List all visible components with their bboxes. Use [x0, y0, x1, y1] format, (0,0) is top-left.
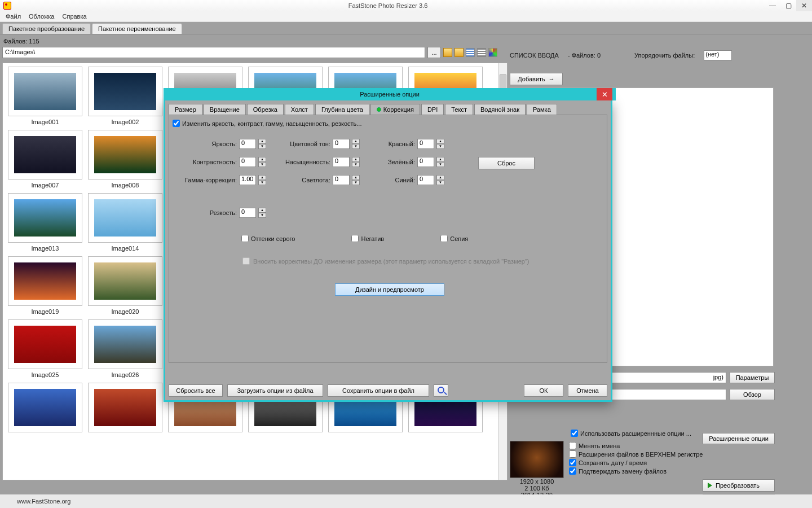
red-input[interactable]: 0	[417, 139, 434, 149]
confirm-overwrite-check[interactable]: Подтверждать замену файлов	[569, 467, 703, 475]
menu-skin[interactable]: Обложка	[29, 13, 54, 20]
sharpness-input[interactable]: 0	[239, 208, 256, 218]
website-link[interactable]: www.FastStone.org	[17, 498, 70, 505]
window-close-button[interactable]: ✕	[796, 0, 812, 11]
view-thumbs-icon[interactable]	[488, 48, 497, 57]
thumbnail-item[interactable]: Image014	[86, 193, 164, 252]
reset-button[interactable]: Сброс	[478, 157, 535, 169]
tab-crop[interactable]: Обрезка	[247, 104, 284, 115]
thumbnail-item[interactable]	[6, 383, 84, 435]
gamma-spinner[interactable]: ▲▼	[258, 175, 266, 185]
brightness-spinner[interactable]: ▲▼	[258, 139, 266, 149]
window-title: FastStone Photo Resizer 3.6	[11, 2, 765, 9]
view-list-icon[interactable]	[466, 48, 475, 57]
design-preview-button[interactable]: Дизайн и предпросмотр	[335, 283, 444, 296]
load-options-button[interactable]: Загрузить опции из файла	[227, 384, 323, 397]
thumbnail-item[interactable]: Image019	[6, 256, 84, 315]
thumbnail-item[interactable]: Image002	[86, 67, 164, 125]
use-advanced-check[interactable]: Использовать расширеннные опции ...	[571, 430, 691, 437]
green-spinner[interactable]: ▲▼	[436, 157, 444, 167]
contrast-spinner[interactable]: ▲▼	[258, 157, 266, 167]
contrast-label: Контрастность:	[175, 159, 237, 165]
sharpness-spinner[interactable]: ▲▼	[258, 208, 266, 218]
grayscale-check[interactable]: Оттенки серого	[241, 235, 295, 242]
add-button[interactable]: Добавить→	[510, 73, 563, 85]
tab-size[interactable]: Размер	[169, 104, 202, 115]
tab-batch-convert[interactable]: Пакетное преобразование	[2, 23, 91, 34]
red-spinner[interactable]: ▲▼	[436, 139, 444, 149]
thumbnail-label: Image007	[32, 182, 59, 189]
lightness-spinner[interactable]: ▲▼	[352, 175, 360, 185]
thumbnail-item[interactable]: Image013	[6, 193, 84, 252]
sharpness-label: Резкость:	[175, 209, 237, 216]
thumbnail-item[interactable]: Image007	[6, 130, 84, 189]
dialog-close-button[interactable]: ✕	[597, 88, 612, 100]
thumbnail-label: Image020	[112, 308, 139, 315]
enable-correction-check[interactable]: Изменить яркость, контраст, гамму, насыщ…	[173, 120, 361, 127]
tab-depth[interactable]: Глубина цвета	[315, 104, 369, 115]
thumbnail-item[interactable]: Image025	[6, 319, 84, 378]
play-icon	[708, 483, 712, 488]
tab-rotate[interactable]: Вращение	[204, 104, 246, 115]
tab-strip: Пакетное преобразование Пакетное переиме…	[0, 22, 812, 34]
saturation-input[interactable]: 0	[333, 157, 350, 167]
arrow-right-icon: →	[549, 76, 555, 82]
active-indicator-icon	[377, 107, 381, 112]
reset-all-button[interactable]: Сбросить все	[169, 384, 223, 397]
negative-check[interactable]: Негатив	[351, 235, 384, 242]
preview-options-button[interactable]	[434, 384, 448, 397]
tab-dpi[interactable]: DPI	[421, 104, 444, 115]
menu-file[interactable]: Файл	[6, 13, 21, 20]
advanced-options-button[interactable]: Расширенные опции	[703, 433, 775, 444]
app-icon	[3, 2, 11, 10]
path-input[interactable]: C:\Images\	[2, 47, 425, 58]
contrast-input[interactable]: 0	[239, 157, 256, 167]
green-input[interactable]: 0	[417, 157, 434, 167]
tab-text[interactable]: Текст	[445, 104, 473, 115]
output-browse-button[interactable]: Обзор	[730, 389, 775, 400]
thumbnail-item[interactable]: Image008	[86, 130, 164, 189]
thumbnail-item[interactable]: Image001	[6, 67, 84, 125]
keep-date-check[interactable]: Сохранять дату / время	[569, 459, 703, 466]
blue-spinner[interactable]: ▲▼	[436, 175, 444, 185]
maximize-button[interactable]: ▢	[780, 0, 796, 11]
thumbnail-item[interactable]	[86, 383, 164, 435]
dialog-tabs: Размер Вращение Обрезка Холст Глубина цв…	[169, 104, 607, 115]
view-details-icon[interactable]	[477, 48, 486, 57]
preview-size: 2 100 Кб	[510, 485, 564, 492]
brightness-input[interactable]: 0	[239, 139, 256, 149]
saturation-label: Насыщенность:	[268, 159, 330, 165]
save-options-button[interactable]: Сохранить опции в файл	[328, 384, 429, 397]
preview-thumbnail[interactable]	[510, 441, 564, 478]
menu-help[interactable]: Справка	[62, 13, 86, 20]
hue-input[interactable]: 0	[333, 139, 350, 149]
tab-frame[interactable]: Рамка	[527, 104, 557, 115]
blue-input[interactable]: 0	[417, 175, 434, 185]
thumbnail-label: Image025	[32, 371, 59, 378]
folder-up-icon[interactable]	[454, 48, 464, 57]
rename-check[interactable]: Менять имена	[569, 442, 703, 449]
red-label: Красный:	[370, 141, 415, 147]
tab-batch-rename[interactable]: Пакетное переименование	[92, 23, 182, 34]
uppercase-ext-check[interactable]: Расширения файлов в ВЕРХНЕМ регистре	[569, 450, 703, 458]
tab-correction[interactable]: Коррекция	[370, 104, 420, 115]
tab-canvas[interactable]: Холст	[285, 104, 314, 115]
saturation-spinner[interactable]: ▲▼	[352, 157, 360, 167]
folder-open-icon[interactable]	[443, 48, 452, 57]
tab-watermark[interactable]: Водяной знак	[474, 104, 526, 115]
thumbnail-item[interactable]: Image020	[86, 256, 164, 315]
cancel-button[interactable]: Отмена	[568, 384, 607, 397]
lightness-input[interactable]: 0	[333, 175, 350, 185]
browse-path-button[interactable]: ...	[427, 47, 441, 58]
gamma-input[interactable]: 1.00	[239, 175, 256, 185]
thumbnail-label: Image001	[32, 119, 59, 125]
sepia-check[interactable]: Сепия	[440, 235, 468, 242]
hue-spinner[interactable]: ▲▼	[352, 139, 360, 149]
sort-combobox[interactable]: (нет)	[704, 50, 732, 60]
thumbnail-item[interactable]: Image026	[86, 319, 164, 378]
format-params-button[interactable]: Параметры	[730, 372, 775, 383]
convert-button[interactable]: Преобразовать	[703, 479, 775, 492]
ok-button[interactable]: ОК	[524, 384, 563, 397]
minimize-button[interactable]: —	[765, 0, 780, 11]
hue-label: Цветовой тон:	[268, 141, 330, 147]
